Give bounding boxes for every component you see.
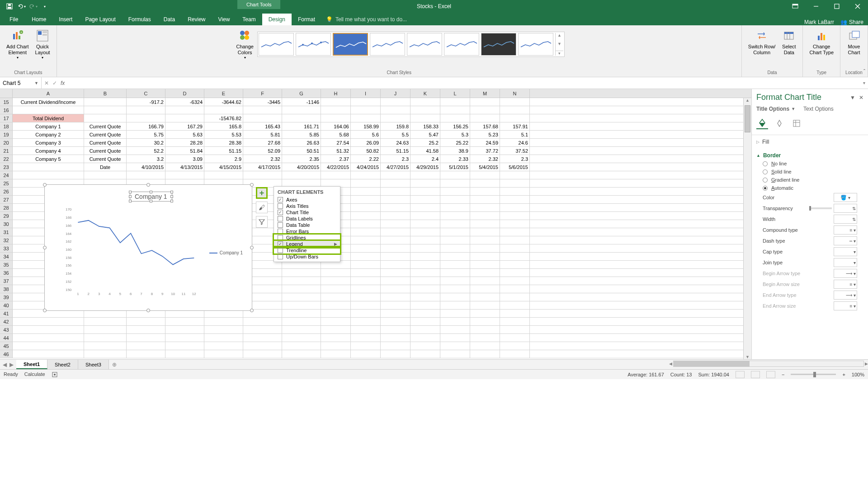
cell[interactable]: 5.1 xyxy=(500,131,530,138)
fill-section-header[interactable]: ▷Fill xyxy=(756,138,863,146)
cell[interactable] xyxy=(500,236,530,244)
cell[interactable] xyxy=(351,179,381,187)
cell[interactable] xyxy=(381,212,410,220)
cell[interactable]: 5/4/2015 xyxy=(470,163,500,171)
cell[interactable]: 3.09 xyxy=(165,155,204,163)
cell[interactable] xyxy=(440,220,470,228)
cell[interactable] xyxy=(470,318,500,325)
chart-element-up-down-bars[interactable]: Up/Down Bars xyxy=(274,253,340,260)
column-header[interactable]: G xyxy=(282,89,321,98)
tab-team[interactable]: Team xyxy=(236,14,262,25)
cell[interactable]: 4/20/2015 xyxy=(282,163,321,171)
cell[interactable] xyxy=(381,236,410,244)
cell[interactable] xyxy=(440,228,470,236)
row-header[interactable]: 20 xyxy=(0,139,13,146)
cell[interactable] xyxy=(470,253,500,260)
cell[interactable] xyxy=(351,326,381,333)
cell[interactable] xyxy=(470,98,500,106)
chart-style-3[interactable] xyxy=(333,33,368,56)
gallery-down-icon[interactable]: ▼ xyxy=(556,42,563,46)
cell[interactable] xyxy=(282,326,321,333)
cell[interactable]: 5.47 xyxy=(410,131,440,138)
cell[interactable] xyxy=(84,318,127,325)
cell[interactable] xyxy=(351,293,381,301)
embedded-chart[interactable]: Company 1 150152154156158160162164166168… xyxy=(44,184,252,311)
cell[interactable] xyxy=(470,293,500,301)
transparency-input[interactable]: ⇅ xyxy=(834,204,857,213)
cell[interactable] xyxy=(410,285,440,293)
cell[interactable] xyxy=(440,334,470,342)
cell[interactable] xyxy=(381,98,410,106)
cell[interactable] xyxy=(381,106,410,114)
cell[interactable]: 27.68 xyxy=(243,139,282,146)
chart-element-chart-title[interactable]: ✓Chart Title xyxy=(274,209,340,216)
cell[interactable] xyxy=(440,236,470,244)
tab-format[interactable]: Format xyxy=(292,14,321,25)
cell[interactable]: 26.63 xyxy=(282,139,321,146)
cell[interactable] xyxy=(282,277,321,285)
chart-element-error-bars[interactable]: Error Bars xyxy=(274,228,340,235)
cell[interactable] xyxy=(321,326,351,333)
cell[interactable] xyxy=(243,334,282,342)
cell[interactable] xyxy=(410,277,440,285)
automatic-radio[interactable]: Automatic xyxy=(756,184,863,192)
cell[interactable] xyxy=(500,220,530,228)
cell[interactable] xyxy=(351,236,381,244)
column-header[interactable]: A xyxy=(13,89,84,98)
cell[interactable]: -917.2 xyxy=(127,98,165,106)
cell[interactable] xyxy=(440,171,470,179)
column-header[interactable]: D xyxy=(165,89,204,98)
cell[interactable] xyxy=(500,350,530,358)
cell[interactable]: Current Quote xyxy=(84,147,127,155)
cell[interactable] xyxy=(321,98,351,106)
cell[interactable] xyxy=(410,179,440,187)
chart-filters-button[interactable] xyxy=(256,216,268,228)
cell[interactable] xyxy=(410,350,440,358)
cell[interactable] xyxy=(351,171,381,179)
tab-view[interactable]: View xyxy=(212,14,236,25)
row-header[interactable]: 31 xyxy=(0,228,13,236)
cell[interactable] xyxy=(470,204,500,211)
cell[interactable] xyxy=(381,285,410,293)
cell[interactable] xyxy=(410,318,440,325)
cell[interactable] xyxy=(351,277,381,285)
cell[interactable] xyxy=(381,326,410,333)
cell[interactable] xyxy=(321,277,351,285)
cell[interactable] xyxy=(321,114,351,122)
cell[interactable] xyxy=(282,310,321,317)
cell[interactable] xyxy=(321,293,351,301)
cell[interactable] xyxy=(470,277,500,285)
cell[interactable] xyxy=(351,301,381,309)
cell[interactable]: 5.6 xyxy=(351,131,381,138)
cell[interactable]: 5.23 xyxy=(470,131,500,138)
tab-home[interactable]: Home xyxy=(25,14,52,25)
cell[interactable]: 165.43 xyxy=(243,122,282,130)
cell[interactable] xyxy=(410,171,440,179)
cell[interactable] xyxy=(84,350,127,358)
cell[interactable] xyxy=(440,244,470,252)
cell[interactable] xyxy=(204,318,243,325)
formula-input[interactable] xyxy=(67,77,860,89)
cell[interactable] xyxy=(351,310,381,317)
chart-style-4[interactable] xyxy=(370,33,405,56)
cell[interactable] xyxy=(470,171,500,179)
cell[interactable]: 26.09 xyxy=(351,139,381,146)
cell[interactable] xyxy=(470,106,500,114)
cell[interactable]: -3644.62 xyxy=(204,98,243,106)
size-properties-icon[interactable] xyxy=(791,117,802,129)
cell[interactable] xyxy=(500,293,530,301)
cell[interactable]: 2.22 xyxy=(351,155,381,163)
cell[interactable]: Current Quote xyxy=(84,139,127,146)
row-header[interactable]: 23 xyxy=(0,163,13,171)
cell[interactable] xyxy=(470,301,500,309)
cell[interactable]: 2.32 xyxy=(243,155,282,163)
cell[interactable] xyxy=(351,244,381,252)
row-header[interactable]: 15 xyxy=(0,98,13,106)
cell[interactable] xyxy=(243,114,282,122)
cell[interactable] xyxy=(84,171,127,179)
cell[interactable] xyxy=(127,334,165,342)
row-header[interactable]: 34 xyxy=(0,253,13,260)
cell[interactable] xyxy=(440,285,470,293)
cell[interactable]: 52.09 xyxy=(243,147,282,155)
dash-picker[interactable]: ┅ ▾ xyxy=(834,236,857,245)
